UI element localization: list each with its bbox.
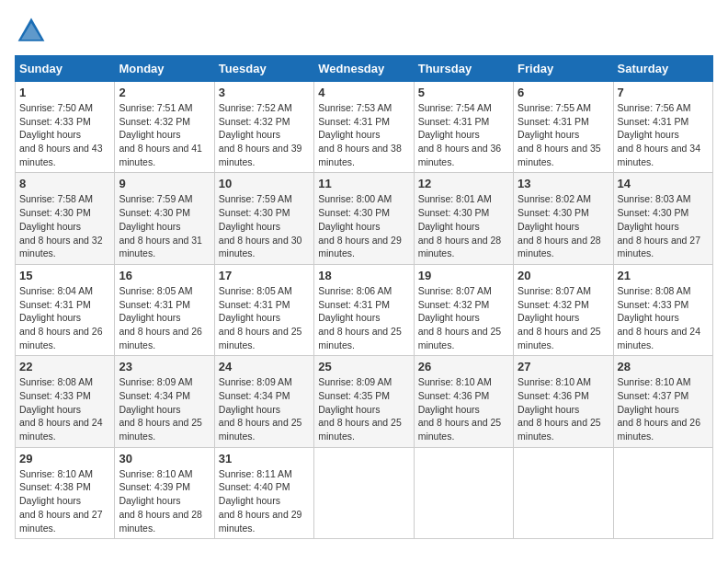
day-number: 6 [518, 86, 609, 99]
calendar-cell [414, 447, 513, 538]
day-info: Sunrise: 8:09 AM Sunset: 4:35 PM Dayligh… [318, 375, 409, 442]
calendar-cell: 7 Sunrise: 7:56 AM Sunset: 4:31 PM Dayli… [613, 82, 712, 173]
day-number: 26 [418, 360, 509, 373]
day-number: 5 [418, 86, 509, 99]
calendar-cell: 28 Sunrise: 8:10 AM Sunset: 4:37 PM Dayl… [613, 356, 712, 447]
day-number: 12 [418, 177, 509, 190]
weekday-header-monday: Monday [115, 56, 214, 82]
day-info: Sunrise: 8:07 AM Sunset: 4:32 PM Dayligh… [518, 284, 609, 351]
day-info: Sunrise: 7:53 AM Sunset: 4:31 PM Dayligh… [318, 101, 409, 168]
day-info: Sunrise: 8:10 AM Sunset: 4:36 PM Dayligh… [518, 375, 609, 442]
week-row-2: 8 Sunrise: 7:58 AM Sunset: 4:30 PM Dayli… [16, 173, 713, 264]
calendar-cell: 11 Sunrise: 8:00 AM Sunset: 4:30 PM Dayl… [314, 173, 414, 264]
calendar-cell: 27 Sunrise: 8:10 AM Sunset: 4:36 PM Dayl… [514, 356, 613, 447]
day-number: 15 [19, 269, 110, 282]
day-info: Sunrise: 8:08 AM Sunset: 4:33 PM Dayligh… [618, 284, 709, 351]
day-info: Sunrise: 8:04 AM Sunset: 4:31 PM Dayligh… [19, 284, 110, 351]
calendar-cell: 22 Sunrise: 8:08 AM Sunset: 4:33 PM Dayl… [16, 356, 115, 447]
day-info: Sunrise: 8:01 AM Sunset: 4:30 PM Dayligh… [418, 192, 509, 259]
day-info: Sunrise: 8:09 AM Sunset: 4:34 PM Dayligh… [119, 375, 210, 442]
week-row-5: 29 Sunrise: 8:10 AM Sunset: 4:38 PM Dayl… [16, 447, 713, 538]
calendar-cell: 9 Sunrise: 7:59 AM Sunset: 4:30 PM Dayli… [115, 173, 214, 264]
calendar-cell: 4 Sunrise: 7:53 AM Sunset: 4:31 PM Dayli… [314, 82, 414, 173]
day-info: Sunrise: 8:02 AM Sunset: 4:30 PM Dayligh… [518, 192, 609, 259]
calendar-cell [514, 447, 613, 538]
day-info: Sunrise: 8:10 AM Sunset: 4:38 PM Dayligh… [19, 467, 110, 534]
day-info: Sunrise: 7:56 AM Sunset: 4:31 PM Dayligh… [618, 101, 709, 168]
calendar-cell: 2 Sunrise: 7:51 AM Sunset: 4:32 PM Dayli… [115, 82, 214, 173]
day-info: Sunrise: 8:10 AM Sunset: 4:36 PM Dayligh… [418, 375, 509, 442]
calendar-cell: 15 Sunrise: 8:04 AM Sunset: 4:31 PM Dayl… [16, 264, 115, 355]
day-number: 25 [318, 360, 409, 373]
day-number: 2 [119, 86, 210, 99]
calendar-cell: 31 Sunrise: 8:11 AM Sunset: 4:40 PM Dayl… [214, 447, 313, 538]
calendar-cell: 30 Sunrise: 8:10 AM Sunset: 4:39 PM Dayl… [115, 447, 214, 538]
day-info: Sunrise: 7:58 AM Sunset: 4:30 PM Dayligh… [19, 192, 110, 259]
calendar-cell: 8 Sunrise: 7:58 AM Sunset: 4:30 PM Dayli… [16, 173, 115, 264]
calendar-cell: 16 Sunrise: 8:05 AM Sunset: 4:31 PM Dayl… [115, 264, 214, 355]
weekday-header-tuesday: Tuesday [214, 56, 313, 82]
calendar-cell [314, 447, 414, 538]
day-number: 1 [19, 86, 110, 99]
day-number: 22 [19, 360, 110, 373]
day-info: Sunrise: 8:07 AM Sunset: 4:32 PM Dayligh… [418, 284, 509, 351]
day-number: 18 [318, 269, 409, 282]
week-row-3: 15 Sunrise: 8:04 AM Sunset: 4:31 PM Dayl… [16, 264, 713, 355]
day-number: 14 [618, 177, 709, 190]
calendar-cell: 10 Sunrise: 7:59 AM Sunset: 4:30 PM Dayl… [214, 173, 313, 264]
calendar-cell: 25 Sunrise: 8:09 AM Sunset: 4:35 PM Dayl… [314, 356, 414, 447]
day-info: Sunrise: 8:03 AM Sunset: 4:30 PM Dayligh… [618, 192, 709, 259]
calendar-cell: 17 Sunrise: 8:05 AM Sunset: 4:31 PM Dayl… [214, 264, 313, 355]
weekday-header-wednesday: Wednesday [314, 56, 414, 82]
weekday-header-friday: Friday [514, 56, 613, 82]
day-number: 28 [618, 360, 709, 373]
weekday-header-saturday: Saturday [613, 56, 712, 82]
day-info: Sunrise: 7:51 AM Sunset: 4:32 PM Dayligh… [119, 101, 210, 168]
weekday-header-row: SundayMondayTuesdayWednesdayThursdayFrid… [16, 56, 713, 82]
day-number: 19 [418, 269, 509, 282]
weekday-header-thursday: Thursday [414, 56, 513, 82]
weekday-header-sunday: Sunday [16, 56, 115, 82]
day-number: 16 [119, 269, 210, 282]
calendar-cell: 6 Sunrise: 7:55 AM Sunset: 4:31 PM Dayli… [514, 82, 613, 173]
day-number: 17 [219, 269, 310, 282]
day-number: 11 [318, 177, 409, 190]
calendar-cell [613, 447, 712, 538]
day-number: 4 [318, 86, 409, 99]
calendar-cell: 1 Sunrise: 7:50 AM Sunset: 4:33 PM Dayli… [16, 82, 115, 173]
page-header [15, 15, 713, 48]
calendar-cell: 3 Sunrise: 7:52 AM Sunset: 4:32 PM Dayli… [214, 82, 313, 173]
day-number: 21 [618, 269, 709, 282]
day-info: Sunrise: 7:55 AM Sunset: 4:31 PM Dayligh… [518, 101, 609, 168]
logo [15, 15, 51, 48]
calendar-cell: 18 Sunrise: 8:06 AM Sunset: 4:31 PM Dayl… [314, 264, 414, 355]
calendar-cell: 19 Sunrise: 8:07 AM Sunset: 4:32 PM Dayl… [414, 264, 513, 355]
calendar-cell: 13 Sunrise: 8:02 AM Sunset: 4:30 PM Dayl… [514, 173, 613, 264]
day-info: Sunrise: 7:54 AM Sunset: 4:31 PM Dayligh… [418, 101, 509, 168]
day-info: Sunrise: 7:59 AM Sunset: 4:30 PM Dayligh… [119, 192, 210, 259]
day-number: 13 [518, 177, 609, 190]
day-info: Sunrise: 7:59 AM Sunset: 4:30 PM Dayligh… [219, 192, 310, 259]
day-number: 24 [219, 360, 310, 373]
day-number: 3 [219, 86, 310, 99]
day-number: 8 [19, 177, 110, 190]
day-number: 10 [219, 177, 310, 190]
calendar-table: SundayMondayTuesdayWednesdayThursdayFrid… [15, 55, 713, 539]
day-info: Sunrise: 8:06 AM Sunset: 4:31 PM Dayligh… [318, 284, 409, 351]
calendar-cell: 26 Sunrise: 8:10 AM Sunset: 4:36 PM Dayl… [414, 356, 513, 447]
day-info: Sunrise: 7:50 AM Sunset: 4:33 PM Dayligh… [19, 101, 110, 168]
calendar-cell: 24 Sunrise: 8:09 AM Sunset: 4:34 PM Dayl… [214, 356, 313, 447]
day-info: Sunrise: 8:08 AM Sunset: 4:33 PM Dayligh… [19, 375, 110, 442]
calendar-cell: 20 Sunrise: 8:07 AM Sunset: 4:32 PM Dayl… [514, 264, 613, 355]
day-number: 20 [518, 269, 609, 282]
day-info: Sunrise: 8:10 AM Sunset: 4:39 PM Dayligh… [119, 467, 210, 534]
day-number: 9 [119, 177, 210, 190]
calendar-cell: 29 Sunrise: 8:10 AM Sunset: 4:38 PM Dayl… [16, 447, 115, 538]
calendar-cell: 12 Sunrise: 8:01 AM Sunset: 4:30 PM Dayl… [414, 173, 513, 264]
week-row-1: 1 Sunrise: 7:50 AM Sunset: 4:33 PM Dayli… [16, 82, 713, 173]
day-number: 27 [518, 360, 609, 373]
week-row-4: 22 Sunrise: 8:08 AM Sunset: 4:33 PM Dayl… [16, 356, 713, 447]
day-info: Sunrise: 8:00 AM Sunset: 4:30 PM Dayligh… [318, 192, 409, 259]
day-info: Sunrise: 7:52 AM Sunset: 4:32 PM Dayligh… [219, 101, 310, 168]
calendar-cell: 21 Sunrise: 8:08 AM Sunset: 4:33 PM Dayl… [613, 264, 712, 355]
